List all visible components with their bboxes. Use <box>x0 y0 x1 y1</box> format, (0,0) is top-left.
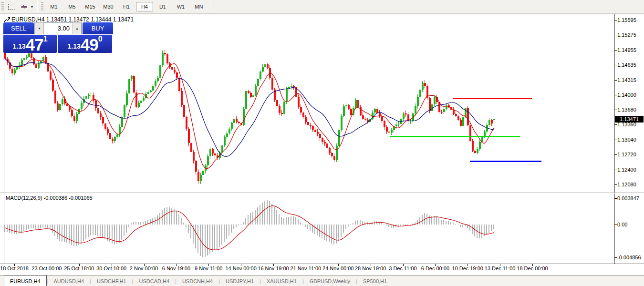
price-axis-label: 1.12080 <box>617 182 636 187</box>
price-axis-label: 1.14315 <box>617 77 636 83</box>
price-axis-label: 1.12720 <box>617 152 636 157</box>
chart-ohlc: 1.13451 1.13472 1.13444 1.13471 <box>46 16 134 23</box>
sell-button[interactable]: SELL <box>3 22 34 34</box>
chart-tab-xauusd-h1[interactable]: XAUUSD,H1 <box>261 276 302 286</box>
volume-increase-button[interactable]: ▲ <box>73 22 82 34</box>
price-axis-label: 1.13040 <box>617 137 636 143</box>
macd-axis-label: -0.004856 <box>617 255 641 260</box>
volume-spinner: ▼ 3.00 ▲ <box>34 22 82 34</box>
chart-tab-audusd-h4[interactable]: AUDUSD,H4 <box>48 276 90 286</box>
price-axis-label: 1.15595 <box>617 17 636 23</box>
price-axis-label: 1.13680 <box>617 107 636 112</box>
chart-tab-usdcad-h4[interactable]: USDCAD,H4 <box>133 276 175 286</box>
chart-symbol-icon <box>4 17 10 22</box>
price-axis-label: 1.14955 <box>617 47 636 53</box>
buy-price-big: 49 <box>81 37 98 52</box>
price-axis-label: 1.14635 <box>617 62 636 68</box>
price-axis-label: 1.12400 <box>617 167 636 173</box>
price-axis-label: 1.13360 <box>617 122 636 127</box>
sell-price-pip: 1 <box>43 36 48 42</box>
chart-tab-sp500-h1[interactable]: SP500,H1 <box>357 276 393 286</box>
price-axis-label: 1.15275 <box>617 32 636 38</box>
chart-tab-gbpusd-weekly[interactable]: GBPUSD,Weekly <box>304 276 356 286</box>
sell-price-small: 1.13 <box>12 40 25 52</box>
time-axis-label: 18 Dec 00:00 <box>511 266 554 271</box>
one-click-trading-widget: SELL ▼ 3.00 ▲ BUY 1.13471 1.13490 <box>3 22 113 53</box>
buy-price-pip: 0 <box>98 36 103 42</box>
buy-price-panel[interactable]: 1.13490 <box>58 35 112 53</box>
buy-button[interactable]: BUY <box>83 22 113 34</box>
macd-indicator-label: MACD(12,26,9) -0.000386 -0.001065 <box>6 195 93 201</box>
sell-price-big: 47 <box>26 37 43 52</box>
chart-tab-usdcnh-h4[interactable]: USDCNH,H4 <box>177 276 218 286</box>
macd-axis-label: 0.00 <box>617 222 627 227</box>
chart-tab-eurusd-h4[interactable]: EURUSD,H4 <box>4 275 47 286</box>
buy-price-small: 1.13 <box>67 40 80 52</box>
macd-axis-label: 0.003847 <box>617 195 639 201</box>
volume-decrease-button[interactable]: ▼ <box>35 22 44 34</box>
chart-tab-bar: EURUSD,H4|AUDUSD,H4|USDCHF,H1|USDCAD,H4|… <box>0 275 644 286</box>
chart-symbol: EURUSD,H4 <box>11 16 44 23</box>
chart-tab-usdchf-h1[interactable]: USDCHF,H1 <box>91 276 132 286</box>
mt4-window: ▼ M1M5M15M30H1H4D1W1MN EURUSD,H4 1.13451… <box>0 0 644 286</box>
price-axis-label: 1.14000 <box>617 92 636 98</box>
chart-title: EURUSD,H4 1.13451 1.13472 1.13444 1.1347… <box>11 16 134 23</box>
sell-price-panel[interactable]: 1.13471 <box>3 35 57 53</box>
chart-tab-usdjpy-h1[interactable]: USDJPY,H1 <box>220 276 260 286</box>
volume-input[interactable]: 3.00 <box>44 25 73 32</box>
